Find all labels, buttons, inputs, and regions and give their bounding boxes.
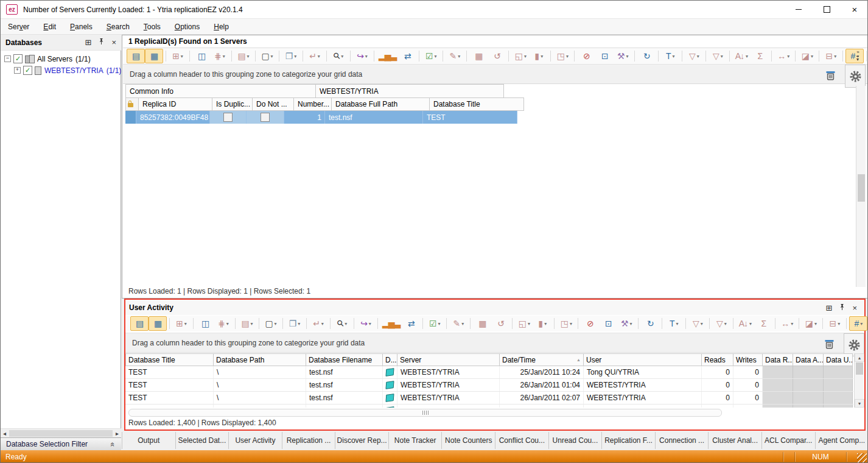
toolbar-overflow-button[interactable]: ›› ▾: [856, 50, 859, 62]
ua-cell-writes[interactable]: 0: [733, 379, 763, 391]
filter-by-text-button[interactable]: ▽▾: [685, 49, 703, 63]
ua-cell-db-icon[interactable]: [383, 405, 397, 408]
insert-column-button[interactable]: ⊟▾: [822, 49, 840, 63]
row-details-button[interactable]: ▤▾: [238, 316, 256, 331]
ua-cell-database-filename[interactable]: test.nsf: [306, 379, 383, 391]
tab-conflict-cou[interactable]: Conflict Cou...: [495, 432, 549, 449]
user-activity-grouping-zone[interactable]: Drag a column header to this grouping zo…: [125, 333, 864, 353]
tree-item-all-servers[interactable]: − ✓ All Servers (1/1): [1, 53, 121, 65]
fit-width-button[interactable]: ↔▾: [774, 49, 793, 63]
send-rows-button[interactable]: ↵▾: [309, 316, 327, 331]
sidebar-horizontal-scrollbar[interactable]: ◂ ▸: [1, 428, 121, 437]
clear-grid-button[interactable]: ⊘: [577, 49, 595, 63]
sum-rows-button[interactable]: Σ: [751, 49, 769, 63]
ua-column-header-server[interactable]: Server: [397, 353, 500, 366]
no-auto-refresh-button[interactable]: ↻: [641, 316, 659, 331]
expand-panel-icon[interactable]: ⊞: [85, 38, 92, 46]
tab-output[interactable]: Output: [122, 432, 176, 449]
tab-discover-rep[interactable]: Discover Rep...: [335, 432, 389, 449]
number-format-button[interactable]: #▾: [849, 316, 867, 331]
ua-cell-database-filename[interactable]: test.nsf: [306, 405, 383, 408]
row-details-button[interactable]: ▤▾: [234, 49, 253, 63]
ua-column-header-database-path[interactable]: Database Path: [214, 353, 306, 366]
ua-cell-data-updated[interactable]: [824, 366, 853, 378]
filter-by-selection-button[interactable]: ▽▾: [712, 316, 730, 331]
send-rows-button[interactable]: ↵▾: [306, 49, 324, 63]
ua-column-header-writes[interactable]: Writes: [733, 353, 763, 366]
grid-undo-button[interactable]: ↺: [491, 316, 509, 331]
tab-note-tracker[interactable]: Note Tracker: [389, 432, 443, 449]
ua-cell-database-title[interactable]: TEST: [125, 405, 214, 408]
number-format-button[interactable]: #▾: [845, 49, 864, 63]
do-not-cell[interactable]: [247, 111, 284, 124]
grid-settings-button[interactable]: [845, 65, 866, 88]
ua-cell-database-path[interactable]: \: [214, 366, 306, 378]
ua-table-row[interactable]: TEST\test.nsfWEBTEST/YTRIA25/Jan/2011 10…: [125, 366, 853, 379]
close-panel-icon[interactable]: ×: [111, 38, 116, 47]
ua-cell-date-time[interactable]: 25/Jan/2011 10:24: [500, 366, 584, 378]
ua-cell-data-read[interactable]: [763, 405, 793, 408]
ua-cell-server[interactable]: WEBTEST/YTRIA: [397, 366, 500, 378]
column-header-replica-id[interactable]: Replica ID: [139, 97, 212, 111]
minimize-button[interactable]: [785, 1, 813, 18]
selection-mode-button[interactable]: ▢▾: [262, 316, 280, 331]
clear-grid-button[interactable]: ⊘: [581, 316, 599, 331]
tab-note-counters[interactable]: Note Counters: [442, 432, 495, 449]
ua-cell-data-read[interactable]: [763, 379, 793, 391]
pin-icon[interactable]: [99, 38, 104, 47]
ua-column-header-reads[interactable]: Reads: [702, 353, 733, 366]
menu-help[interactable]: Help: [214, 23, 229, 31]
edit-values-button[interactable]: ✎▾: [449, 316, 467, 331]
database-full-path-cell[interactable]: test.nsf: [325, 111, 423, 124]
grid-dashed-button[interactable]: ▦: [473, 316, 491, 331]
date-grid-button[interactable]: ◱▾: [515, 316, 533, 331]
sort-az-button[interactable]: A↓▾: [732, 49, 751, 63]
check-actions-button[interactable]: ☑▾: [425, 316, 444, 331]
band-common-info[interactable]: Common Info: [125, 84, 316, 97]
ua-cell-reads[interactable]: 0: [702, 366, 733, 378]
ua-cell-database-filename[interactable]: test.nsf: [306, 366, 383, 378]
date-columns-button[interactable]: ◫: [196, 316, 214, 331]
column-bands-button[interactable]: ⋕▾: [211, 49, 229, 63]
copy-button[interactable]: ❐▾: [282, 49, 300, 63]
ua-column-header-database-title[interactable]: Database Title: [125, 353, 214, 366]
ua-cell-writes[interactable]: 0: [733, 392, 763, 404]
view-row-layout-button[interactable]: ▤: [130, 316, 149, 331]
all-servers-checkbox[interactable]: ✓: [13, 54, 23, 63]
cell-frame-button[interactable]: ◳▾: [557, 316, 575, 331]
ua-column-header-date-time[interactable]: Date/Time▲: [500, 353, 584, 366]
ua-cell-database-title[interactable]: TEST: [125, 366, 214, 378]
ua-cell-database-path[interactable]: \: [214, 392, 306, 404]
ua-cell-db-icon[interactable]: [383, 392, 397, 404]
search-button[interactable]: ⚲▾: [333, 316, 351, 331]
column-header-database-title[interactable]: Database Title: [430, 97, 524, 111]
tab-user-activity[interactable]: User Activity: [229, 432, 282, 449]
ua-cell-reads[interactable]: 0: [702, 379, 733, 391]
scroll-left-icon[interactable]: ◂: [1, 429, 9, 438]
trash-button[interactable]: [823, 337, 835, 350]
column-header-is-duplicate[interactable]: Is Duplic...: [212, 97, 253, 111]
ua-cell-db-icon[interactable]: [383, 366, 397, 378]
filter-by-selection-button[interactable]: ▽▾: [709, 49, 727, 63]
search-button[interactable]: ⚲▾: [329, 49, 348, 63]
ua-cell-data-added[interactable]: [793, 392, 824, 404]
date-columns-button[interactable]: ◫: [192, 49, 211, 63]
do-not-checkbox[interactable]: [261, 113, 270, 122]
ua-cell-date-time[interactable]: 26/Jan/2011 03:01: [500, 405, 584, 408]
close-button[interactable]: ×: [841, 1, 868, 18]
column-stats-button[interactable]: ▮▾: [530, 49, 548, 63]
ua-cell-writes[interactable]: 0: [733, 405, 763, 408]
menu-options[interactable]: Options: [175, 23, 200, 31]
filter-by-text-button[interactable]: ▽▾: [688, 316, 707, 331]
ua-cell-data-read[interactable]: [763, 366, 793, 378]
tab-connection[interactable]: Connection ...: [656, 432, 709, 449]
ua-cell-writes[interactable]: 0: [733, 366, 763, 378]
scrollbar-thumb[interactable]: [858, 174, 865, 202]
scroll-down-icon[interactable]: ▾: [855, 399, 864, 408]
replica-id-cell[interactable]: 85257382:0049BF48: [136, 111, 210, 124]
pivot-button[interactable]: ⇄: [398, 49, 416, 63]
ua-cell-data-added[interactable]: [793, 405, 824, 408]
ua-table-row[interactable]: TEST\test.nsfWEBTEST/YTRIA26/Jan/2011 03…: [125, 405, 853, 408]
ua-cell-date-time[interactable]: 26/Jan/2011 02:07: [500, 392, 584, 404]
ua-column-header-db-icon[interactable]: D...: [383, 353, 397, 366]
